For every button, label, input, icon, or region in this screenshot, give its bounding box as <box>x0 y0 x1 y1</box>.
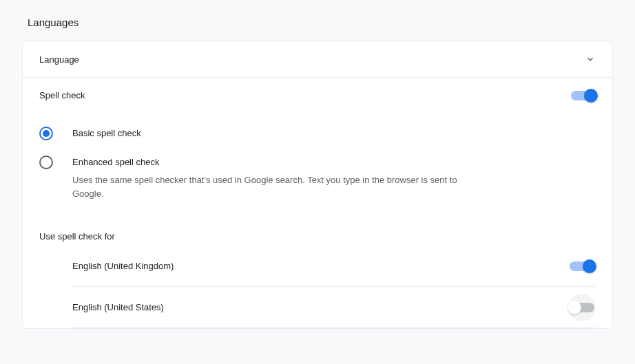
language-toggle-en-us[interactable] <box>570 303 594 312</box>
list-item: English (United States) <box>72 287 596 328</box>
spellcheck-mode-radio-group: Basic spell check Enhanced spell check U… <box>23 113 612 222</box>
enhanced-spellcheck-option[interactable]: Enhanced spell check Uses the same spell… <box>39 156 596 201</box>
settings-card: Language Spell check Basic spell check E… <box>22 41 613 329</box>
radio-unselected-icon <box>39 156 53 169</box>
page-title: Languages <box>0 0 635 41</box>
language-section-label: Language <box>39 54 79 65</box>
enhanced-spellcheck-description: Uses the same spell checker that's used … <box>72 173 458 201</box>
basic-spellcheck-option[interactable]: Basic spell check <box>39 127 596 140</box>
enhanced-spellcheck-label: Enhanced spell check <box>72 156 458 169</box>
spellcheck-label: Spell check <box>39 90 85 100</box>
spellcheck-toggle[interactable] <box>571 91 596 100</box>
language-name: English (United Kingdom) <box>72 261 174 271</box>
use-spellcheck-for-label: Use spell check for <box>23 222 612 246</box>
list-item: English (United Kingdom) <box>72 246 596 287</box>
language-section-row[interactable]: Language <box>23 41 612 78</box>
chevron-down-icon <box>585 54 596 65</box>
radio-selected-icon <box>39 127 53 140</box>
spellcheck-language-list: English (United Kingdom) English (United… <box>23 246 612 328</box>
basic-spellcheck-label: Basic spell check <box>72 127 141 140</box>
language-name: English (United States) <box>72 302 164 312</box>
language-toggle-en-gb[interactable] <box>570 261 594 271</box>
spellcheck-master-row: Spell check <box>23 78 612 113</box>
